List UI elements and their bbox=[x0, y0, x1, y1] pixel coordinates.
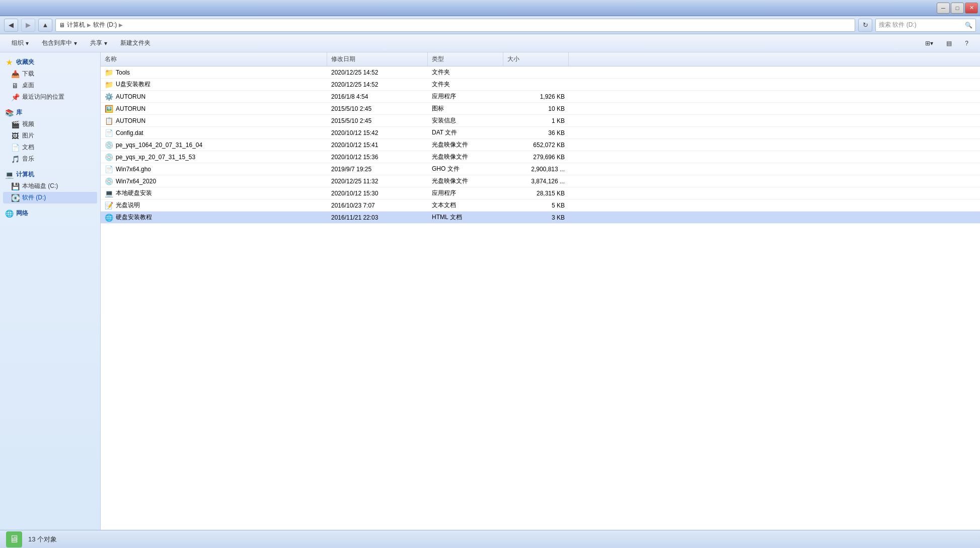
col-header-date[interactable]: 修改日期 bbox=[327, 52, 428, 66]
table-row[interactable]: 📁 Tools 2020/12/25 14:52 文件夹 bbox=[101, 66, 980, 79]
file-date: 2016/10/23 7:07 bbox=[331, 202, 375, 209]
status-count: 13 个对象 bbox=[28, 535, 57, 544]
file-type-cell: 图标 bbox=[428, 104, 503, 113]
sidebar-item-documents[interactable]: 📄 文档 bbox=[3, 142, 97, 153]
window-controls: ─ □ ✕ bbox=[937, 3, 978, 14]
file-type-cell: 文本文档 bbox=[428, 201, 503, 210]
table-row[interactable]: ⚙️ AUTORUN 2016/1/8 4:54 应用程序 1,926 KB bbox=[101, 91, 980, 103]
file-name: AUTORUN bbox=[116, 117, 145, 124]
file-date-cell: 2015/5/10 2:45 bbox=[327, 105, 428, 112]
sidebar-item-drive-c[interactable]: 💾 本地磁盘 (C:) bbox=[3, 180, 97, 192]
file-type-cell: 应用程序 bbox=[428, 92, 503, 101]
file-size: 1 KB bbox=[552, 117, 565, 124]
back-button[interactable]: ◀ bbox=[4, 19, 18, 32]
file-name: 硬盘安装教程 bbox=[116, 213, 152, 222]
sidebar-item-video[interactable]: 🎬 视频 bbox=[3, 118, 97, 130]
table-row[interactable]: 📝 光盘说明 2016/10/23 7:07 文本文档 5 KB bbox=[101, 199, 980, 212]
sidebar-item-drive-c-label: 本地磁盘 (C:) bbox=[22, 182, 58, 190]
table-row[interactable]: 🖼️ AUTORUN 2015/5/10 2:45 图标 10 KB bbox=[101, 103, 980, 115]
file-name: AUTORUN bbox=[116, 93, 145, 100]
file-type-cell: 安装信息 bbox=[428, 116, 503, 125]
table-row[interactable]: 📋 AUTORUN 2015/5/10 2:45 安装信息 1 KB bbox=[101, 115, 980, 127]
new-folder-button[interactable]: 新建文件夹 bbox=[115, 36, 156, 50]
file-type: 文件夹 bbox=[432, 68, 450, 77]
minimize-button[interactable]: ─ bbox=[937, 3, 950, 14]
file-name-cell: 🌐 硬盘安装教程 bbox=[101, 213, 327, 222]
help-button[interactable]: ? bbox=[959, 36, 974, 50]
search-bar[interactable]: 搜索 软件 (D:) 🔍 bbox=[875, 19, 976, 32]
libraries-header[interactable]: 📚 库 bbox=[3, 107, 97, 118]
breadcrumb-drive[interactable]: 软件 (D:) bbox=[93, 21, 117, 29]
refresh-button[interactable]: ↻ bbox=[858, 19, 872, 32]
maximize-button[interactable]: □ bbox=[951, 3, 964, 14]
forward-button[interactable]: ▶ bbox=[21, 19, 35, 32]
desktop-icon: 🖥 bbox=[11, 82, 19, 90]
file-name: Win7x64_2020 bbox=[116, 178, 156, 185]
sidebar-item-download[interactable]: 📥 下载 bbox=[3, 68, 97, 80]
file-date: 2020/12/25 14:52 bbox=[331, 81, 378, 88]
sidebar-item-documents-label: 文档 bbox=[22, 143, 34, 152]
address-bar: ◀ ▶ ▲ 🖥 计算机 ▶ 软件 (D:) ▶ ↻ 搜索 软件 (D:) 🔍 bbox=[0, 16, 980, 34]
file-type: GHO 文件 bbox=[432, 165, 460, 173]
computer-icon: 💻 bbox=[5, 171, 13, 179]
file-type-icon: 📁 bbox=[105, 81, 113, 89]
file-type: HTML 文档 bbox=[432, 213, 462, 222]
breadcrumb[interactable]: 🖥 计算机 ▶ 软件 (D:) ▶ bbox=[55, 19, 855, 32]
breadcrumb-computer[interactable]: 计算机 bbox=[67, 21, 85, 29]
file-name: Win7x64.gho bbox=[116, 166, 151, 173]
table-row[interactable]: 💻 本地硬盘安装 2020/10/12 15:30 应用程序 28,315 KB bbox=[101, 187, 980, 199]
file-type: 光盘映像文件 bbox=[432, 153, 468, 161]
preview-pane-button[interactable]: ▤ bbox=[941, 36, 957, 50]
close-button[interactable]: ✕ bbox=[965, 3, 978, 14]
view-options-button[interactable]: ⊞▾ bbox=[920, 36, 939, 50]
table-row[interactable]: 💿 Win7x64_2020 2020/12/25 11:32 光盘映像文件 3… bbox=[101, 175, 980, 187]
share-arrow: ▾ bbox=[104, 40, 107, 47]
file-type-icon: 📝 bbox=[105, 201, 113, 210]
status-icon: 🖥 bbox=[6, 531, 22, 547]
table-row[interactable]: 💿 pe_yqs_1064_20_07_31_16_04 2020/10/12 … bbox=[101, 139, 980, 151]
network-header[interactable]: 🌐 网络 bbox=[3, 208, 97, 219]
favorites-header[interactable]: ★ 收藏夹 bbox=[3, 56, 97, 68]
table-row[interactable]: 🌐 硬盘安装教程 2016/11/21 22:03 HTML 文档 3 KB bbox=[101, 212, 980, 224]
file-date-cell: 2020/10/12 15:36 bbox=[327, 154, 428, 161]
sidebar-item-drive-d[interactable]: 💽 软件 (D:) bbox=[3, 192, 97, 203]
table-row[interactable]: 📄 Config.dat 2020/10/12 15:42 DAT 文件 36 … bbox=[101, 127, 980, 139]
file-size: 1,926 KB bbox=[540, 93, 565, 100]
computer-header[interactable]: 💻 计算机 bbox=[3, 169, 97, 180]
file-date-cell: 2020/12/25 11:32 bbox=[327, 178, 428, 185]
file-name-cell: ⚙️ AUTORUN bbox=[101, 93, 327, 101]
col-header-name[interactable]: 名称 bbox=[101, 52, 327, 66]
file-size: 279,696 KB bbox=[533, 154, 565, 161]
table-row[interactable]: 💿 pe_yqs_xp_20_07_31_15_53 2020/10/12 15… bbox=[101, 151, 980, 163]
sidebar-item-download-label: 下载 bbox=[22, 70, 34, 78]
file-size-cell: 36 KB bbox=[503, 129, 569, 136]
col-header-type[interactable]: 类型 bbox=[428, 52, 503, 66]
sidebar-item-desktop[interactable]: 🖥 桌面 bbox=[3, 80, 97, 91]
table-row[interactable]: 📄 Win7x64.gho 2019/9/7 19:25 GHO 文件 2,90… bbox=[101, 163, 980, 175]
file-type-cell: HTML 文档 bbox=[428, 213, 503, 222]
file-type-icon: 💿 bbox=[105, 177, 113, 185]
sidebar-item-pictures[interactable]: 🖼 图片 bbox=[3, 130, 97, 142]
file-size: 10 KB bbox=[548, 105, 565, 112]
file-type-cell: 文件夹 bbox=[428, 68, 503, 77]
table-row[interactable]: 📁 U盘安装教程 2020/12/25 14:52 文件夹 bbox=[101, 79, 980, 91]
file-date-cell: 2015/5/10 2:45 bbox=[327, 117, 428, 124]
file-list[interactable]: 名称 修改日期 类型 大小 📁 Tools 2020/12/25 14:52 文… bbox=[101, 52, 980, 530]
documents-icon: 📄 bbox=[11, 144, 19, 152]
file-date-cell: 2020/12/25 14:52 bbox=[327, 81, 428, 88]
file-date-cell: 2016/1/8 4:54 bbox=[327, 93, 428, 100]
drive-d-icon: 💽 bbox=[11, 194, 19, 202]
sidebar-item-recent[interactable]: 📌 最近访问的位置 bbox=[3, 91, 97, 103]
favorites-star-icon: ★ bbox=[5, 58, 13, 66]
sidebar-item-music[interactable]: 🎵 音乐 bbox=[3, 153, 97, 165]
organize-button[interactable]: 组织 ▾ bbox=[6, 36, 34, 50]
include-library-button[interactable]: 包含到库中 ▾ bbox=[36, 36, 83, 50]
col-header-size[interactable]: 大小 bbox=[503, 52, 569, 66]
file-type: 文本文档 bbox=[432, 201, 456, 210]
status-bar: 🖥 13 个对象 bbox=[0, 530, 980, 548]
share-button[interactable]: 共享 ▾ bbox=[85, 36, 113, 50]
up-button[interactable]: ▲ bbox=[38, 19, 52, 32]
network-section: 🌐 网络 bbox=[3, 208, 97, 219]
file-date: 2019/9/7 19:25 bbox=[331, 166, 371, 173]
file-type: 文件夹 bbox=[432, 80, 450, 89]
